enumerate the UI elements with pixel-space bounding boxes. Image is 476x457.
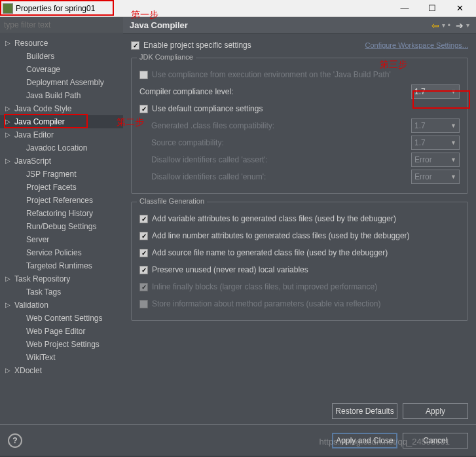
tree-item-web-page-editor[interactable]: ▷Web Page Editor bbox=[0, 325, 123, 338]
tree-item-label: Java Compiler bbox=[14, 117, 65, 126]
tree-item-label: Web Page Editor bbox=[26, 327, 86, 336]
expander-icon[interactable]: ▷ bbox=[4, 367, 12, 375]
sidebar: ▷Resource▷Builders▷Coverage▷Deployment A… bbox=[0, 17, 123, 424]
tree-item-label: Deployment Assembly bbox=[26, 78, 104, 87]
src-file-label: Add source file name to generated class … bbox=[152, 248, 388, 257]
tree-item-builders[interactable]: ▷Builders bbox=[0, 50, 123, 63]
tree-item-javadoc-location[interactable]: ▷Javadoc Location bbox=[0, 141, 123, 155]
tree-item-web-project-settings[interactable]: ▷Web Project Settings bbox=[0, 338, 123, 351]
expander-icon[interactable]: ▷ bbox=[4, 118, 12, 126]
tree-item-service-policies[interactable]: ▷Service Policies bbox=[0, 246, 123, 259]
configure-workspace-link[interactable]: Configure Workspace Settings... bbox=[365, 41, 468, 49]
tree-item-label: Javadoc Location bbox=[26, 143, 87, 153]
tree-item-label: Project Facets bbox=[26, 183, 77, 192]
restore-defaults-button[interactable]: Restore Defaults bbox=[332, 403, 397, 419]
tree-item-coverage[interactable]: ▷Coverage bbox=[0, 63, 123, 76]
src-compat-select: 1.7▼ bbox=[411, 136, 460, 150]
classfile-group-title: Classfile Generation bbox=[137, 197, 207, 205]
jdk-group-title: JDK Compliance bbox=[137, 53, 196, 61]
tree-item-java-code-style[interactable]: ▷Java Code Style bbox=[0, 102, 123, 115]
close-button[interactable]: ✕ bbox=[446, 1, 473, 16]
compliance-level-select[interactable]: 1.7▼ bbox=[411, 84, 460, 99]
method-params-checkbox bbox=[139, 300, 148, 308]
filter-input[interactable] bbox=[0, 17, 123, 33]
tree-item-project-facets[interactable]: ▷Project Facets bbox=[0, 181, 123, 194]
watermark: https://blog.csdn.net/qq_24598601 bbox=[320, 437, 450, 447]
classfile-group: Classfile Generation Add variable attrib… bbox=[131, 202, 468, 321]
tree-item-label: Builders bbox=[26, 52, 54, 61]
expander-icon[interactable]: ▷ bbox=[4, 275, 12, 283]
line-attr-checkbox[interactable] bbox=[139, 232, 148, 240]
tree-item-label: Task Repository bbox=[14, 274, 70, 283]
enum-select: Error▼ bbox=[411, 170, 460, 184]
expander-icon[interactable]: ▷ bbox=[4, 131, 12, 139]
src-file-checkbox[interactable] bbox=[139, 249, 148, 257]
use-exec-env-checkbox[interactable] bbox=[139, 71, 148, 79]
maximize-button[interactable]: ☐ bbox=[418, 1, 446, 16]
forward-icon[interactable]: ➔ bbox=[453, 20, 466, 31]
window-title: Properties for spring01 bbox=[16, 4, 391, 13]
tree: ▷Resource▷Builders▷Coverage▷Deployment A… bbox=[0, 33, 123, 424]
back-icon[interactable]: ⇦ bbox=[429, 20, 442, 31]
help-icon[interactable]: ? bbox=[8, 433, 22, 448]
tree-item-label: JavaScript bbox=[14, 156, 51, 166]
tree-item-web-content-settings[interactable]: ▷Web Content Settings bbox=[0, 312, 123, 325]
tree-item-deployment-assembly[interactable]: ▷Deployment Assembly bbox=[0, 76, 123, 89]
tree-item-validation[interactable]: ▷Validation bbox=[0, 299, 123, 312]
tree-item-task-repository[interactable]: ▷Task Repository bbox=[0, 272, 123, 285]
tree-item-java-editor[interactable]: ▷Java Editor bbox=[0, 128, 123, 141]
gen-compat-label: Generated .class files compatibility: bbox=[151, 121, 411, 130]
tree-item-task-tags[interactable]: ▷Task Tags bbox=[0, 285, 123, 299]
preserve-checkbox[interactable] bbox=[139, 266, 148, 274]
expander-icon[interactable]: ▷ bbox=[4, 301, 12, 309]
tree-item-resource[interactable]: ▷Resource bbox=[0, 37, 123, 50]
var-attr-label: Add variable attributes to generated cla… bbox=[152, 214, 396, 223]
tree-item-java-compiler[interactable]: ▷Java Compiler bbox=[0, 115, 123, 128]
inline-label: Inline finally blocks (larger class file… bbox=[152, 282, 377, 291]
tree-item-label: Resource bbox=[14, 39, 48, 48]
tree-item-label: Validation bbox=[14, 301, 48, 310]
preserve-label: Preserve unused (never read) local varia… bbox=[152, 265, 308, 274]
tree-item-label: Coverage bbox=[26, 65, 60, 74]
inline-checkbox bbox=[139, 283, 148, 291]
expander-icon[interactable]: ▷ bbox=[4, 157, 12, 165]
tree-item-label: Targeted Runtimes bbox=[26, 261, 92, 270]
expander-icon[interactable]: ▷ bbox=[4, 105, 12, 113]
tree-item-label: WikiText bbox=[26, 353, 56, 362]
tree-item-jsp-fragment[interactable]: ▷JSP Fragment bbox=[0, 168, 123, 181]
minimize-button[interactable]: — bbox=[391, 1, 418, 16]
tree-item-label: JSP Fragment bbox=[26, 170, 76, 179]
tree-item-targeted-runtimes[interactable]: ▷Targeted Runtimes bbox=[0, 259, 123, 272]
enable-specific-label: Enable project specific settings bbox=[143, 41, 365, 50]
tree-item-label: XDoclet bbox=[14, 366, 42, 375]
tree-item-project-references[interactable]: ▷Project References bbox=[0, 194, 123, 207]
apply-button[interactable]: Apply bbox=[403, 403, 468, 419]
enable-specific-checkbox[interactable] bbox=[131, 41, 139, 50]
enum-label: Disallow identifiers called 'enum': bbox=[151, 172, 411, 181]
use-exec-env-label: Use compliance from execution environmen… bbox=[152, 70, 391, 79]
line-attr-label: Add line number attributes to generated … bbox=[152, 231, 410, 240]
use-default-checkbox[interactable] bbox=[139, 105, 148, 113]
tree-item-server[interactable]: ▷Server bbox=[0, 233, 123, 246]
tree-item-java-build-path[interactable]: ▷Java Build Path bbox=[0, 89, 123, 102]
tree-item-xdoclet[interactable]: ▷XDoclet bbox=[0, 364, 123, 377]
tree-item-label: Java Build Path bbox=[26, 91, 81, 100]
tree-item-run-debug-settings[interactable]: ▷Run/Debug Settings bbox=[0, 220, 123, 233]
assert-select: Error▼ bbox=[411, 153, 460, 167]
tree-item-refactoring-history[interactable]: ▷Refactoring History bbox=[0, 207, 123, 220]
tree-item-label: Refactoring History bbox=[26, 209, 93, 218]
gen-compat-select: 1.7▼ bbox=[411, 119, 460, 133]
src-compat-label: Source compatibility: bbox=[151, 138, 411, 147]
expander-icon[interactable]: ▷ bbox=[4, 39, 12, 47]
tree-item-label: Web Content Settings bbox=[26, 314, 103, 323]
tree-item-label: Run/Debug Settings bbox=[26, 222, 96, 231]
compliance-level-label: Compiler compliance level: bbox=[139, 87, 411, 96]
tree-item-javascript[interactable]: ▷JavaScript bbox=[0, 155, 123, 168]
tree-item-label: Service Policies bbox=[26, 248, 82, 257]
jdk-compliance-group: JDK Compliance Use compliance from execu… bbox=[131, 58, 468, 194]
page-title: Java Compiler bbox=[130, 20, 426, 30]
method-params-label: Store information about method parameter… bbox=[152, 299, 381, 308]
titlebar: Properties for spring01 — ☐ ✕ bbox=[0, 0, 476, 17]
var-attr-checkbox[interactable] bbox=[139, 215, 148, 223]
tree-item-wikitext[interactable]: ▷WikiText bbox=[0, 351, 123, 364]
